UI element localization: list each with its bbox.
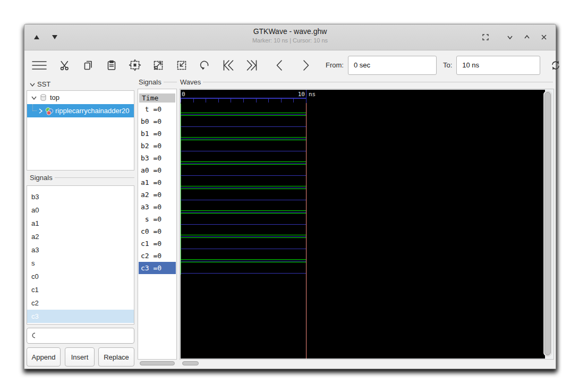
replace-button[interactable]: Replace: [98, 347, 134, 367]
expander-down-icon[interactable]: [30, 94, 38, 101]
signals-values-panel: Time t =0b0 =0b1 =0b2 =0b3 =0a0 =0a1 =0a…: [138, 89, 177, 360]
list-item-c1[interactable]: c1: [27, 283, 134, 296]
signal-value-row-a3[interactable]: a3 =0: [139, 201, 176, 213]
signal-value-row-c1[interactable]: c1 =0: [139, 237, 176, 250]
prev-edge-button[interactable]: [273, 58, 286, 72]
trace-a1: [181, 186, 306, 186]
timeline-tick: [218, 99, 219, 103]
list-item-s[interactable]: s: [27, 257, 134, 270]
up-triangle-icon: [33, 35, 40, 40]
skip-to-end-icon: [245, 59, 258, 72]
close-button[interactable]: [538, 31, 550, 44]
wave-vscrollbar-thumb[interactable]: [544, 92, 551, 355]
signal-value-row-c3[interactable]: c3 =0: [139, 262, 176, 274]
signals-hscrollbar-thumb[interactable]: [140, 361, 175, 365]
list-item-c2[interactable]: c2: [27, 296, 134, 310]
time-header[interactable]: Time: [139, 93, 175, 103]
list-item-c0[interactable]: c0: [27, 270, 134, 283]
undo-button[interactable]: [198, 58, 211, 72]
left-signals-frame-label: Signals: [30, 174, 134, 182]
signal-value-row-b3[interactable]: b3 =0: [139, 152, 176, 164]
cut-icon: [59, 59, 71, 71]
marker-header-segment: [306, 90, 306, 103]
signal-rows: t =0b0 =0b1 =0b2 =0b3 =0a0 =0a1 =0a2 =0a…: [139, 103, 176, 274]
trace-c1: [181, 249, 306, 249]
toolbar: From: To:: [24, 50, 556, 80]
timeline-tick: [256, 99, 257, 103]
list-item-c3[interactable]: c3: [27, 310, 134, 323]
waves-panel: 0 10 ns: [180, 89, 554, 360]
chevron-right-icon: [301, 59, 311, 72]
shade-up-button[interactable]: [33, 34, 40, 40]
signal-value-row-b2[interactable]: b2 =0: [139, 140, 176, 152]
close-icon: [540, 33, 548, 41]
signal-value-row-c0[interactable]: c0 =0: [139, 225, 176, 237]
signal-value-row-a0[interactable]: a0 =0: [139, 164, 176, 176]
trace-sep-c0: [181, 236, 306, 237]
minimize-button[interactable]: [504, 31, 516, 44]
gtkwave-window: GTKWave - wave.ghw Marker: 10 ns | Curso…: [24, 24, 556, 369]
signal-value-row-b0[interactable]: b0 =0: [139, 115, 176, 127]
marker-line: [306, 103, 306, 359]
trace-b3: [181, 161, 306, 162]
trace-sep-a3: [181, 212, 306, 212]
menu-button[interactable]: [31, 58, 48, 72]
trace-sep-t: [181, 114, 306, 115]
tree-item-top[interactable]: top: [27, 91, 134, 104]
tree-item-ripplecarrychainadder[interactable]: ripplecarrychainadder20: [27, 104, 134, 117]
chevron-down-icon: [506, 33, 514, 41]
signal-value-row-t[interactable]: t =0: [139, 103, 176, 115]
signal-value-row-a2[interactable]: a2 =0: [139, 189, 176, 201]
menu-icon: [31, 59, 47, 71]
trace-a0: [181, 175, 306, 176]
timeline-tick: [193, 99, 194, 103]
list-item-a1[interactable]: a1: [27, 217, 134, 230]
marker-cursor-status: Marker: 10 ns | Cursor: 10 ns: [24, 37, 556, 44]
list-item-a2[interactable]: a2: [27, 230, 134, 243]
restore-icon: [481, 32, 490, 42]
trace-c3: [181, 273, 306, 274]
wave-hscrollbar-thumb[interactable]: [182, 361, 199, 365]
reload-button[interactable]: [549, 58, 562, 72]
expander-right-icon[interactable]: [37, 107, 44, 115]
shade-down-button[interactable]: [51, 34, 58, 40]
signal-value-row-a1[interactable]: a1 =0: [139, 176, 176, 189]
from-input[interactable]: [348, 56, 437, 75]
trace-b1-base: [181, 140, 306, 140]
list-item-a3[interactable]: a3: [27, 243, 134, 257]
wave-canvas[interactable]: 0 10 ns: [181, 90, 545, 359]
list-item-a0[interactable]: a0: [27, 203, 134, 217]
trace-c2: [181, 259, 306, 260]
next-edge-button[interactable]: [299, 58, 312, 72]
signal-value-row-c2[interactable]: c2 =0: [139, 250, 176, 262]
tree-item-label: ripplecarrychainadder20: [55, 107, 134, 115]
zoom-fit-button[interactable]: [128, 58, 141, 72]
down-triangle-icon: [52, 35, 58, 40]
insert-button[interactable]: Insert: [65, 347, 95, 367]
append-button[interactable]: Append: [27, 347, 61, 367]
to-end-button[interactable]: [245, 58, 258, 72]
trace-a1-base: [181, 189, 306, 189]
timeline-tick: [243, 99, 244, 103]
zoom-out-button[interactable]: [151, 58, 165, 72]
from-label: From:: [326, 61, 344, 69]
sst-header[interactable]: SST: [29, 80, 50, 88]
zoom-in-button[interactable]: [175, 58, 188, 72]
trace-b1: [181, 137, 306, 138]
search-input[interactable]: [38, 331, 134, 340]
signal-value-row-s[interactable]: s =0: [139, 213, 176, 225]
trace-sep-c2: [181, 261, 306, 261]
timeline-tick: [206, 99, 206, 103]
hierarchy-icon: [45, 107, 54, 115]
cut-button[interactable]: [58, 58, 71, 72]
restore-button[interactable]: [479, 31, 492, 44]
trace-c0-base: [181, 237, 306, 238]
maximize-button[interactable]: [521, 31, 533, 44]
to-input[interactable]: [456, 56, 540, 75]
list-item-b3[interactable]: b3: [27, 190, 134, 203]
copy-button[interactable]: [81, 58, 95, 72]
search-box[interactable]: [27, 328, 134, 344]
paste-button[interactable]: [105, 58, 118, 72]
signal-value-row-b1[interactable]: b1 =0: [139, 127, 176, 140]
to-start-button[interactable]: [222, 58, 235, 72]
